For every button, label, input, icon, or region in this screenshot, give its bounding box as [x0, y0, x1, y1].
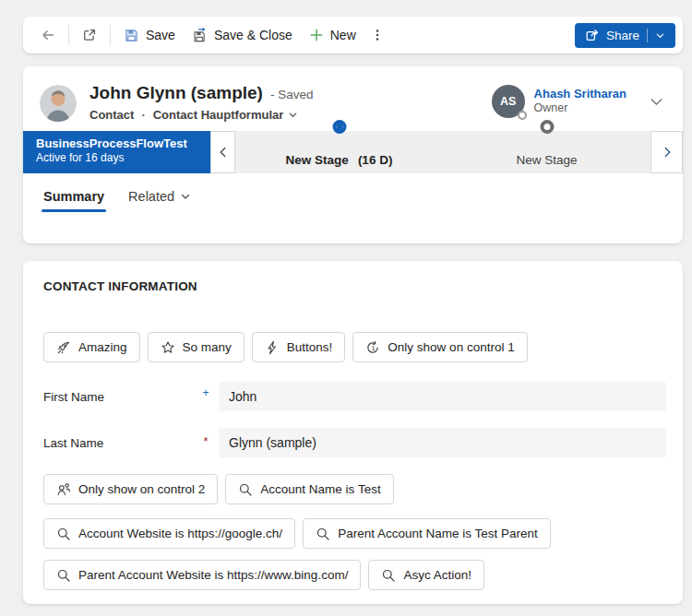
button-row-4: Parent Account Website is https://www.bi… — [43, 560, 666, 590]
chevron-down-icon — [180, 191, 191, 202]
share-icon — [585, 28, 600, 42]
svg-text:1: 1 — [372, 343, 376, 351]
record-header-card: John Glynn (sample) - Saved Contact · Co… — [23, 66, 683, 243]
chevron-left-icon — [217, 146, 230, 159]
search-icon — [316, 527, 330, 541]
subtitle-separator: · — [141, 108, 145, 122]
section-title: CONTACT INFORMATION — [43, 279, 666, 293]
open-in-new-window-icon — [82, 28, 97, 42]
rocket-icon — [56, 340, 71, 355]
popout-button[interactable] — [74, 21, 105, 49]
only-show-on-control-1-button[interactable]: 1 Only show on control 1 — [352, 332, 527, 362]
back-button[interactable] — [32, 21, 64, 49]
bpf-process-badge[interactable]: BusinessProcessFlowTest Active for 16 da… — [23, 131, 210, 173]
more-vertical-icon — [370, 28, 385, 42]
bpf-stage-1[interactable]: New Stage (16 D) — [235, 131, 443, 173]
new-button[interactable]: New — [301, 21, 364, 49]
save-button-label: Save — [146, 28, 175, 42]
back-arrow-icon — [41, 28, 55, 42]
so-many-button-label: So many — [183, 340, 232, 354]
business-process-flow: BusinessProcessFlowTest Active for 16 da… — [23, 131, 683, 173]
chevron-right-icon — [661, 146, 674, 159]
first-name-input[interactable] — [219, 382, 666, 411]
buttons-button[interactable]: Buttons! — [252, 332, 346, 362]
parent-account-name-button[interactable]: Parent Account Name is Test Parent — [303, 518, 551, 549]
bpf-process-status: Active for 16 days — [36, 151, 199, 164]
tab-related[interactable]: Related — [128, 189, 191, 212]
parent-account-website-label: Parent Account Website is https://www.bi… — [78, 568, 348, 582]
search-icon — [238, 482, 253, 497]
contact-photo-avatar[interactable] — [40, 85, 77, 122]
header-expand-chevron-icon[interactable] — [649, 94, 664, 110]
required-marker: * — [193, 434, 219, 448]
parent-account-name-label: Parent Account Name is Test Parent — [338, 527, 538, 540]
presence-badge — [518, 111, 527, 120]
stage-active-dot — [336, 123, 342, 131]
business-recommended-marker: + — [193, 386, 219, 399]
share-split-divider — [647, 29, 648, 42]
buttons-button-label: Buttons! — [287, 340, 333, 354]
stage-active-icon — [332, 120, 346, 134]
arrow-repeat-1-icon: 1 — [365, 340, 380, 355]
amazing-button[interactable]: Amazing — [43, 332, 140, 362]
title-block: John Glynn (sample) - Saved Contact · Co… — [89, 83, 492, 122]
form-selector[interactable]: Contact Hauptformular — [153, 108, 299, 122]
button-row-2: Only show on control 2 Account Name is T… — [43, 474, 666, 504]
chevron-down-icon[interactable] — [655, 30, 665, 41]
people-icon — [56, 482, 71, 497]
save-button[interactable]: Save — [115, 21, 184, 49]
last-name-input[interactable] — [219, 428, 666, 457]
bpf-scroll-left-button[interactable] — [210, 131, 235, 173]
first-name-field-row: First Name + — [43, 382, 666, 411]
asyc-action-label: Asyc Action! — [403, 568, 471, 582]
stage-1-label: New Stage — [286, 153, 349, 167]
save-status-text: - Saved — [270, 88, 314, 101]
form-tabs: Summary Related — [23, 173, 683, 212]
new-button-label: New — [330, 28, 356, 42]
owner-role-label: Owner — [534, 101, 626, 116]
parent-account-website-button[interactable]: Parent Account Website is https://www.bi… — [43, 560, 361, 590]
button-row-1: Amazing So many Buttons! 1 Only show on … — [43, 332, 666, 362]
so-many-button[interactable]: So many — [148, 332, 245, 362]
contact-photo — [40, 85, 77, 122]
stage-2-label: New Stage — [516, 153, 577, 167]
lightning-icon — [265, 340, 280, 355]
last-name-field-row: Last Name * — [43, 428, 666, 457]
stage-1-duration: (16 D) — [358, 153, 393, 167]
save-and-close-icon — [192, 28, 208, 43]
tab-summary[interactable]: Summary — [43, 189, 104, 212]
account-website-button[interactable]: Account Website is https://google.ch/ — [43, 518, 295, 549]
only-show-on-control-1-label: Only show on control 1 — [388, 340, 514, 354]
command-bar: Save Save & Close New Share — [23, 17, 683, 53]
contact-information-section: CONTACT INFORMATION Amazing So many Butt… — [23, 261, 683, 604]
asyc-action-button[interactable]: Asyc Action! — [368, 560, 484, 590]
share-button[interactable]: Share — [575, 23, 675, 48]
save-icon — [124, 28, 139, 43]
only-show-on-control-2-button[interactable]: Only show on control 2 — [43, 474, 218, 504]
toolbar-divider — [68, 25, 69, 45]
account-name-is-test-label: Account Name is Test — [260, 482, 380, 496]
entity-type-label: Contact — [89, 108, 134, 122]
bpf-stage-2[interactable]: New Stage — [443, 131, 650, 173]
search-icon — [56, 527, 71, 541]
toolbar-divider — [110, 25, 111, 45]
search-icon — [56, 568, 71, 583]
button-row-3: Account Website is https://google.ch/ Pa… — [43, 518, 666, 549]
bpf-process-name: BusinessProcessFlowTest — [36, 136, 199, 150]
stage-inactive-icon — [540, 120, 554, 134]
more-commands-button[interactable] — [364, 21, 390, 49]
account-website-label: Account Website is https://google.ch/ — [78, 527, 282, 540]
owner-info: Ahash Sritharan Owner — [534, 87, 626, 116]
owner-name-link[interactable]: Ahash Sritharan — [534, 87, 626, 101]
owner-initials: AS — [500, 95, 516, 108]
save-and-close-button[interactable]: Save & Close — [184, 21, 301, 49]
last-name-label: Last Name — [43, 436, 193, 450]
bpf-scroll-right-button[interactable] — [650, 131, 683, 173]
account-name-is-test-button[interactable]: Account Name is Test — [225, 474, 393, 504]
record-header: John Glynn (sample) - Saved Contact · Co… — [23, 66, 683, 122]
owner-field[interactable]: AS Ahash Sritharan Owner — [492, 85, 664, 118]
record-title: John Glynn (sample) — [89, 83, 263, 103]
share-button-label: Share — [606, 29, 639, 42]
first-name-label: First Name — [43, 390, 193, 404]
search-icon — [381, 568, 396, 583]
